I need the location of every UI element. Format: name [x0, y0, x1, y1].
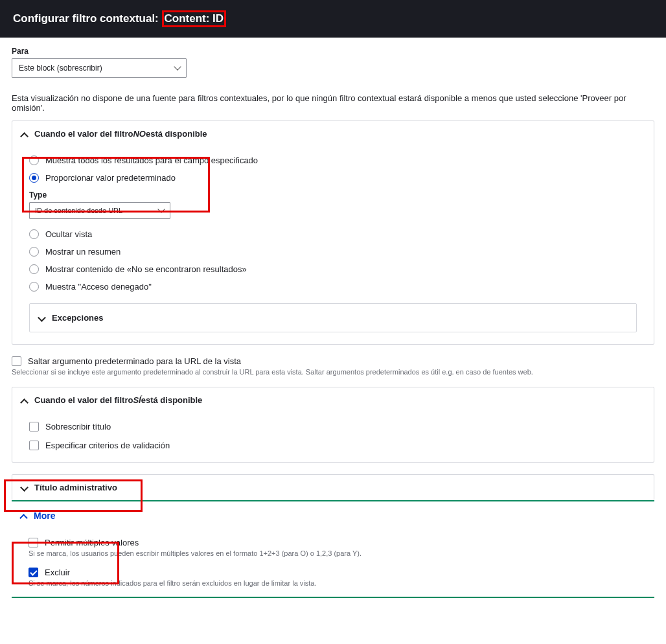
type-label: Type — [29, 190, 637, 200]
panel-title-em: NO — [133, 129, 146, 139]
radio-hide-view-label: Ocultar vista — [45, 229, 92, 239]
para-label: Para — [12, 47, 654, 56]
radio-icon — [29, 229, 39, 239]
annotation-arrow — [0, 610, 666, 644]
dialog-title-highlight: Content: ID — [162, 10, 227, 27]
chevron-down-icon — [21, 485, 28, 491]
admin-title-header[interactable]: Título administrativo — [12, 475, 654, 500]
radio-show-all[interactable]: Muestra todos los resultados para el cam… — [29, 155, 637, 165]
radio-icon — [29, 247, 39, 257]
allow-multiple-help: Si se marca, los usuarios pueden escribi… — [29, 549, 637, 558]
exclude-help: Si se marca, los números indicados para … — [29, 579, 637, 588]
panel-more: More Permitir múltiples valores Si se ma… — [12, 500, 654, 598]
panel-filter-not-available: Cuando el valor del filtro NO está dispo… — [12, 121, 654, 345]
exceptions-panel: Excepciones — [29, 303, 637, 332]
panel-yes-title-pre: Cuando el valor del filtro — [34, 395, 133, 405]
checkbox-icon — [29, 568, 38, 577]
checkbox-icon — [12, 356, 21, 366]
radio-icon — [29, 173, 39, 183]
checkbox-exclude[interactable]: Excluir — [29, 568, 637, 577]
exceptions-header[interactable]: Excepciones — [30, 304, 636, 332]
para-select[interactable]: Este block (sobrescribir) — [12, 58, 187, 78]
type-select[interactable]: ID de contenido desde URL — [29, 202, 170, 219]
more-header[interactable]: More — [12, 501, 654, 530]
checkbox-icon — [29, 538, 38, 547]
more-title: More — [34, 511, 55, 521]
panel-yes-title-em: SÍ — [133, 395, 141, 405]
chevron-up-icon — [21, 397, 28, 404]
skip-label: Saltar argumento predeterminado para la … — [28, 356, 241, 366]
panel-filter-available: Cuando el valor del filtro SÍ está dispo… — [12, 387, 654, 463]
checkbox-icon — [29, 422, 39, 431]
radio-provide-default[interactable]: Proporcionar valor predeterminado — [29, 173, 637, 183]
radio-no-results[interactable]: Mostrar contenido de «No se encontraron … — [29, 264, 637, 274]
panel-title-pre: Cuando el valor del filtro — [34, 129, 133, 139]
radio-hide-view[interactable]: Ocultar vista — [29, 229, 637, 239]
checkbox-overwrite-title[interactable]: Sobrescribir título — [29, 422, 637, 431]
checkbox-validate[interactable]: Especificar criterios de validación — [29, 441, 637, 450]
radio-icon — [29, 155, 39, 165]
panel-yes-title-post: está disponible — [141, 395, 203, 405]
radio-access-denied-label: Muestra "Acceso denegado" — [45, 282, 152, 292]
radio-summary[interactable]: Mostrar un resumen — [29, 247, 637, 257]
radio-access-denied[interactable]: Muestra "Acceso denegado" — [29, 282, 637, 292]
exceptions-title: Excepciones — [52, 313, 104, 323]
allow-multiple-label: Permitir múltiples valores — [45, 538, 139, 547]
info-text: Esta visualización no dispone de una fue… — [12, 93, 654, 113]
checkbox-allow-multiple[interactable]: Permitir múltiples valores — [29, 538, 637, 547]
dialog-header: Configurar filtro contextual: Content: I… — [0, 0, 666, 38]
checkbox-icon — [29, 441, 39, 450]
skip-help: Seleccionar si se incluye este argumento… — [12, 367, 654, 376]
dialog-title-prefix: Configurar filtro contextual: — [13, 12, 159, 25]
panel-title-post: está disponible — [146, 129, 207, 139]
panel-available-header[interactable]: Cuando el valor del filtro SÍ está dispo… — [12, 387, 654, 413]
radio-icon — [29, 264, 39, 274]
skip-default-argument[interactable]: Saltar argumento predeterminado para la … — [12, 356, 654, 366]
radio-show-all-label: Muestra todos los resultados para el cam… — [45, 155, 258, 165]
radio-provide-default-label: Proporcionar valor predeterminado — [45, 173, 176, 183]
radio-summary-label: Mostrar un resumen — [45, 247, 121, 257]
validate-label: Especificar criterios de validación — [45, 441, 170, 450]
radio-no-results-label: Mostrar contenido de «No se encontraron … — [45, 264, 247, 274]
overwrite-title-label: Sobrescribir título — [45, 422, 111, 431]
radio-icon — [29, 282, 39, 292]
panel-not-available-header[interactable]: Cuando el valor del filtro NO está dispo… — [12, 121, 654, 146]
chevron-down-icon — [39, 315, 45, 321]
chevron-up-icon — [21, 512, 27, 519]
chevron-up-icon — [21, 131, 28, 137]
exclude-label: Excluir — [45, 568, 70, 577]
panel-admin-title: Título administrativo — [12, 474, 654, 500]
admin-title-label: Título administrativo — [34, 483, 117, 492]
